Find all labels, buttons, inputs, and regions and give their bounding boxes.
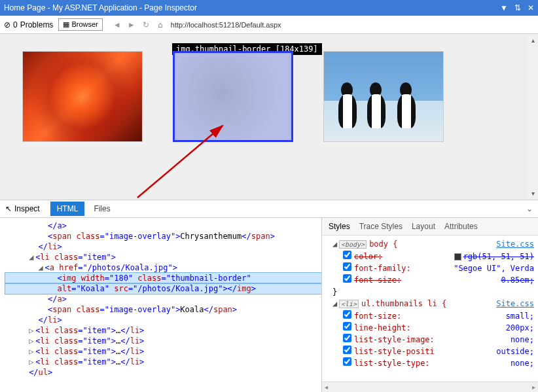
prop-toggle[interactable] [343,274,351,283]
tree-text: Chrysanthemum [180,232,242,241]
problems-label: Problems [20,20,54,29]
tree-node[interactable]: </a> [48,221,67,230]
collapse-icon[interactable]: ▷ [29,325,35,336]
collapse-icon[interactable]: ▷ [29,357,35,367]
expand-icon[interactable]: ◢ [332,298,339,310]
tab-trace-styles[interactable]: Trace Styles [359,222,403,231]
title-bar: Home Page - My ASP.NET Application - Pag… [0,0,538,16]
home-icon[interactable]: ⌂ [155,20,166,29]
no-problems-icon: ⊘ [4,20,10,29]
rule-close: } [332,287,337,296]
css-prop: list-style-image: [354,335,435,344]
css-val: rgb(51, 51, 51) [463,252,534,261]
css-val: 200px; [506,322,534,334]
inspector-tabs: HTML Files [50,202,117,216]
prop-toggle[interactable] [343,322,351,330]
problems-indicator[interactable]: ⊘ 0 Problems [4,20,53,29]
inspect-label: Inspect [14,204,40,213]
tab-attributes[interactable]: Attributes [444,222,478,231]
selected-node[interactable]: alt="Koala" src="/photos/Koala.jpg"></im… [5,283,321,294]
prop-toggle[interactable] [343,346,351,354]
thumbnail-koala-selected[interactable] [173,51,293,142]
css-val: 0.85em; [501,274,534,286]
url-display: http://localhost:51218/Default.aspx [171,21,281,29]
css-val: outside; [496,346,534,357]
browser-icon: ▦ [63,20,69,28]
css-prop: font-size: [354,312,401,321]
source-link[interactable]: Site.css [496,238,534,250]
problems-count: 0 [13,20,18,29]
prop-toggle[interactable] [343,334,351,342]
expand-icon[interactable]: ◢ [332,238,339,250]
inspect-tool[interactable]: ↖ Inspect [5,204,40,213]
close-icon[interactable]: ✕ [528,3,534,12]
tree-text: Koala [180,305,204,314]
tab-files[interactable]: Files [87,202,117,216]
css-prop: list-style-type: [354,359,430,368]
prop-toggle[interactable] [343,357,351,366]
browser-button[interactable]: ▦ Browser [58,18,102,31]
collapse-icon[interactable]: ▷ [29,346,35,357]
window-buttons: ▼ ⇅ ✕ [500,3,534,12]
css-val: none; [511,334,534,346]
scroll-up-icon[interactable]: ▴ [531,37,535,44]
prop-toggle[interactable] [343,262,351,271]
css-val: none; [511,357,534,369]
vertical-scrollbar[interactable]: ▴ ▾ [528,34,538,200]
css-prop: font-size: [354,276,401,285]
forward-icon[interactable]: ► [126,20,137,29]
css-prop: color: [354,252,382,261]
scroll-down-icon[interactable]: ▾ [531,190,535,197]
browser-preview: img.thumbnail-border [184x139] [0,34,538,200]
thumbnail-row [0,34,528,142]
dropdown-icon[interactable]: ▼ [500,3,508,12]
expand-icon[interactable]: ◢ [39,262,45,273]
collapse-icon[interactable]: ▷ [29,336,35,346]
styles-rules[interactable]: ◢<body>body {Site.css color: rgb(51, 51,… [322,236,538,382]
refresh-icon[interactable]: ↻ [141,20,151,29]
back-icon[interactable]: ◄ [112,20,122,29]
thumbnail-chrysanthemum[interactable] [22,51,143,142]
selected-node[interactable]: <img width="180" class="thumbnail-border… [5,273,321,283]
nav-buttons: ◄ ► ↻ ⌂ [112,20,166,29]
css-val: "Segoe UI", Verda [454,262,534,274]
browser-button-label: Browser [71,20,98,28]
tab-html[interactable]: HTML [50,202,85,216]
tab-styles[interactable]: Styles [329,222,350,231]
color-swatch [454,253,461,260]
toolbar: ⊘ 0 Problems ▦ Browser ◄ ► ↻ ⌂ http://lo… [0,16,538,34]
horizontal-scrollbar[interactable]: ◂▸ [322,382,538,392]
tab-layout[interactable]: Layout [412,222,435,231]
pin-icon[interactable]: ⇅ [514,3,521,12]
expand-icon[interactable]: ◢ [29,252,35,262]
css-prop: line-height: [354,323,411,332]
source-link[interactable]: Site.css [496,298,534,310]
css-prop: list-style-positi [354,347,435,356]
html-tree-panel[interactable]: </a> <span class="image-overlay">Chrysan… [0,218,322,392]
styles-panel: Styles Trace Styles Layout Attributes ◢<… [322,218,538,392]
prop-toggle[interactable] [343,310,351,319]
styles-tabs: Styles Trace Styles Layout Attributes [322,218,538,236]
chevron-down-icon[interactable]: ⌄ [526,204,533,213]
css-val: small; [506,310,534,322]
css-prop: font-family: [354,264,411,273]
window-title: Home Page - My ASP.NET Application - Pag… [4,3,197,12]
inspect-icon: ↖ [5,204,12,213]
prop-toggle[interactable] [343,251,351,259]
inspector-panels: </a> <span class="image-overlay">Chrysan… [0,218,538,392]
thumbnail-penguins[interactable] [323,51,444,142]
inspector-toolbar: ↖ Inspect HTML Files ⌄ [0,200,538,218]
